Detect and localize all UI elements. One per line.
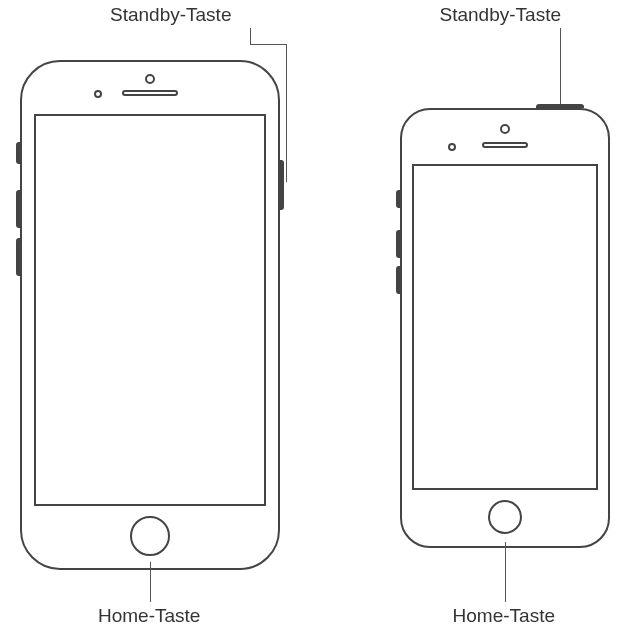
home-button [488, 500, 522, 534]
sensor-icon [94, 90, 102, 98]
earpiece-icon [482, 142, 528, 148]
leader-line [560, 28, 561, 105]
screen [34, 114, 266, 506]
leader-line [505, 542, 506, 602]
leader-line [250, 28, 251, 44]
standby-label-left: Standby-Taste [110, 4, 231, 26]
home-button [130, 516, 170, 556]
home-label-left: Home-Taste [98, 605, 200, 627]
leader-line [286, 44, 287, 182]
volume-up-button-icon [396, 230, 400, 258]
volume-down-button-icon [16, 238, 20, 276]
home-label-right: Home-Taste [453, 605, 555, 627]
standby-button-top-icon [536, 104, 584, 108]
earpiece-icon [122, 90, 178, 96]
front-camera-icon [500, 124, 510, 134]
mute-switch-icon [396, 190, 400, 208]
sensor-icon [448, 143, 456, 151]
standby-button-side-icon [280, 160, 284, 210]
screen [412, 164, 598, 490]
front-camera-icon [145, 74, 155, 84]
leader-line [150, 562, 151, 602]
iphone-left [20, 60, 280, 570]
leader-line [250, 44, 287, 45]
standby-label-right: Standby-Taste [440, 4, 561, 26]
mute-switch-icon [16, 142, 20, 164]
volume-down-button-icon [396, 266, 400, 294]
volume-up-button-icon [16, 190, 20, 228]
iphone-right [400, 108, 610, 548]
